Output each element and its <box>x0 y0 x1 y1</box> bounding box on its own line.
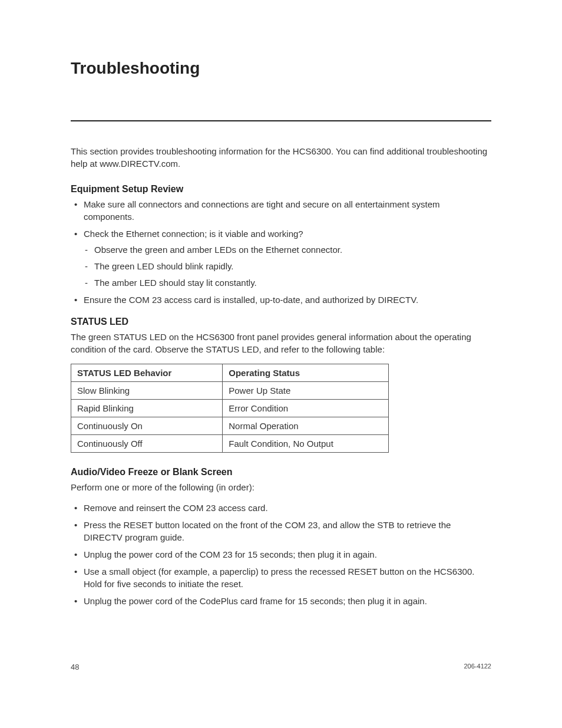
ethernet-sublist: Observe the green and amber LEDs on the … <box>84 243 491 289</box>
table-cell: Continuously On <box>71 417 223 435</box>
document-page: Troubleshooting This section provides tr… <box>0 0 562 728</box>
list-item: Remove and reinsert the COM 23 access ca… <box>71 502 491 514</box>
page-number: 48 <box>71 663 79 671</box>
list-item: Unplug the power cord of the COM 23 for … <box>71 548 491 561</box>
list-item: Make sure all connectors and connections… <box>71 198 491 223</box>
av-freeze-intro: Perform one or more of the following (in… <box>71 481 491 493</box>
table-cell: Rapid Blinking <box>71 400 223 417</box>
table-cell: Fault Condition, No Output <box>223 435 389 453</box>
page-footer: 48 206-4122 <box>71 663 491 671</box>
table-cell: Power Up State <box>223 382 389 400</box>
list-item: Ensure the COM 23 access card is install… <box>71 294 491 306</box>
list-item: The green LED should blink rapidly. <box>84 260 491 273</box>
table-row: Continuously Off Fault Condition, No Out… <box>71 435 389 453</box>
equipment-heading: Equipment Setup Review <box>71 184 491 195</box>
table-header-cell: STATUS LED Behavior <box>71 364 223 382</box>
status-led-intro: The green STATUS LED on the HCS6300 fron… <box>71 331 491 355</box>
table-cell: Slow Blinking <box>71 382 223 400</box>
av-freeze-list: Remove and reinsert the COM 23 access ca… <box>71 502 491 607</box>
list-item: Unplug the power cord of the CodePlus ca… <box>71 595 491 607</box>
equipment-list: Make sure all connectors and connections… <box>71 198 491 306</box>
table-header-row: STATUS LED Behavior Operating Status <box>71 364 389 382</box>
table-cell: Normal Operation <box>223 417 389 435</box>
list-item-text: Check the Ethernet connection; is it via… <box>84 229 303 239</box>
page-title: Troubleshooting <box>71 59 491 78</box>
table-row: Slow Blinking Power Up State <box>71 382 389 400</box>
table-cell: Continuously Off <box>71 435 223 453</box>
horizontal-rule <box>71 120 491 121</box>
document-number: 206-4122 <box>464 663 492 671</box>
table-cell: Error Condition <box>223 400 389 417</box>
table-header-cell: Operating Status <box>223 364 389 382</box>
status-led-heading: STATUS LED <box>71 317 491 327</box>
list-item: Use a small object (for example, a paper… <box>71 565 491 590</box>
list-item: Observe the green and amber LEDs on the … <box>84 243 491 256</box>
list-item: Check the Ethernet connection; is it via… <box>71 228 491 289</box>
list-item: The amber LED should stay lit constantly… <box>84 276 491 289</box>
list-item: Press the RESET button located on the fr… <box>71 519 491 543</box>
table-row: Rapid Blinking Error Condition <box>71 400 389 417</box>
av-freeze-heading: Audio/Video Freeze or Blank Screen <box>71 467 491 477</box>
intro-paragraph: This section provides troubleshooting in… <box>71 145 491 170</box>
table-row: Continuously On Normal Operation <box>71 417 389 435</box>
status-led-table: STATUS LED Behavior Operating Status Slo… <box>71 364 389 453</box>
